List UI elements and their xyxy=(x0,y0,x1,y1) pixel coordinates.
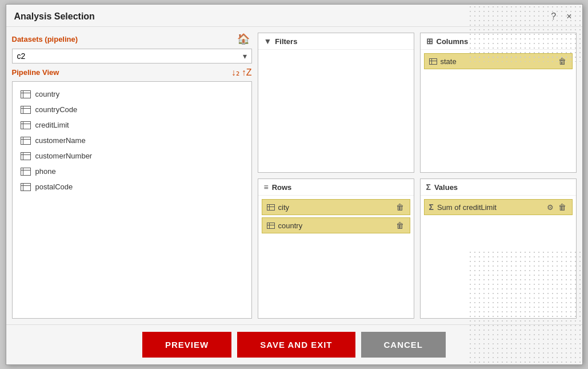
header-actions: ? × xyxy=(549,10,574,23)
save-exit-button[interactable]: SAVE AND EXIT xyxy=(237,332,355,358)
chip-actions: ⚙ 🗑 xyxy=(546,203,567,212)
rows-label: Rows xyxy=(272,183,292,192)
analysis-selection-dialog: Analysis Selection ? × Datasets (pipelin… xyxy=(6,4,583,365)
right-panels: ▼ Filters ⊞ Columns state 🗑 xyxy=(252,33,577,319)
sort-za-icon[interactable]: ↑Z xyxy=(242,68,252,78)
field-type-icon xyxy=(21,152,31,160)
sigma-icon: Σ xyxy=(426,182,431,192)
filter-icon: ▼ xyxy=(264,37,272,46)
values-body[interactable]: Σ Sum of creditLimit ⚙ 🗑 xyxy=(421,196,576,318)
field-type-icon xyxy=(21,168,31,176)
chip-label: state xyxy=(441,57,457,66)
value-chip[interactable]: Σ Sum of creditLimit ⚙ 🗑 xyxy=(424,199,573,215)
row-chip[interactable]: city 🗑 xyxy=(262,199,410,215)
values-panel: Σ Values Σ Sum of creditLimit ⚙ 🗑 xyxy=(420,178,577,319)
field-type-icon xyxy=(21,137,31,145)
chip-type-icon xyxy=(267,223,275,229)
dialog-header: Analysis Selection ? × xyxy=(6,5,582,27)
columns-body[interactable]: state 🗑 xyxy=(421,50,576,172)
field-type-icon xyxy=(21,183,31,191)
sort-icons: ↓₂ ↑Z xyxy=(231,67,252,78)
chip-delete-button[interactable]: 🗑 xyxy=(395,203,405,212)
field-item[interactable]: postalCode xyxy=(15,179,249,195)
chevron-down-icon: ▾ xyxy=(243,51,247,61)
field-name: phone xyxy=(35,167,56,176)
dialog-body: Datasets (pipeline) 🏠 c2 ▾ Pipeline View… xyxy=(6,27,582,324)
chip-type-icon xyxy=(429,58,437,65)
cancel-button[interactable]: CANCEL xyxy=(361,332,446,358)
pipeline-header: Pipeline View ↓₂ ↑Z xyxy=(12,67,252,78)
filters-label: Filters xyxy=(275,37,297,46)
dialog-footer: PREVIEW SAVE AND EXIT CANCEL xyxy=(6,324,582,364)
field-name: creditLimit xyxy=(35,121,69,129)
field-name: country xyxy=(35,90,60,98)
sigma-chip-icon: Σ xyxy=(429,203,434,212)
chip-delete-button[interactable]: 🗑 xyxy=(557,57,567,66)
datasets-section-header: Datasets (pipeline) 🏠 xyxy=(12,33,252,45)
home-icon: 🏠 xyxy=(237,33,250,45)
columns-icon: ⊞ xyxy=(426,37,433,46)
field-item[interactable]: country xyxy=(15,86,249,102)
field-type-icon xyxy=(21,106,31,114)
chip-label: country xyxy=(278,221,303,230)
field-type-icon xyxy=(21,90,31,98)
columns-label: Columns xyxy=(437,37,469,46)
rows-header: ≡ Rows xyxy=(258,179,414,196)
field-item[interactable]: phone xyxy=(15,164,249,179)
datasets-label: Datasets (pipeline) xyxy=(12,35,78,43)
field-item[interactable]: customerName xyxy=(15,133,249,148)
chip-settings-button[interactable]: ⚙ xyxy=(546,203,555,212)
field-name: countryCode xyxy=(35,105,78,114)
rows-body[interactable]: city 🗑 country 🗑 xyxy=(258,196,414,318)
left-panel: Datasets (pipeline) 🏠 c2 ▾ Pipeline View… xyxy=(12,33,252,319)
sort-az-icon[interactable]: ↓₂ xyxy=(231,67,239,78)
chip-label: Sum of creditLimit xyxy=(437,203,497,212)
filters-header: ▼ Filters xyxy=(258,33,414,50)
field-item[interactable]: customerNumber xyxy=(15,148,249,164)
values-header: Σ Values xyxy=(421,179,576,196)
fields-list: country countryCode creditLimit customer… xyxy=(12,81,252,319)
values-label: Values xyxy=(434,183,458,192)
chip-label: city xyxy=(278,203,290,212)
field-item[interactable]: countryCode xyxy=(15,102,249,117)
dialog-title: Analysis Selection xyxy=(14,11,95,22)
rows-panel: ≡ Rows city 🗑 country 🗑 xyxy=(258,178,414,319)
dataset-value: c2 xyxy=(17,51,26,61)
column-chip[interactable]: state 🗑 xyxy=(424,53,573,69)
help-button[interactable]: ? xyxy=(549,10,558,23)
filters-body[interactable] xyxy=(258,50,414,172)
field-type-icon xyxy=(21,121,31,129)
filters-panel: ▼ Filters xyxy=(258,33,414,173)
pipeline-label: Pipeline View xyxy=(12,68,59,77)
chip-delete-button[interactable]: 🗑 xyxy=(557,203,567,212)
rows-icon: ≡ xyxy=(264,182,269,192)
field-name: postalCode xyxy=(35,182,73,191)
field-item[interactable]: creditLimit xyxy=(15,117,249,133)
columns-panel: ⊞ Columns state 🗑 xyxy=(420,33,577,173)
row-chip[interactable]: country 🗑 xyxy=(262,217,410,233)
dataset-dropdown[interactable]: c2 ▾ xyxy=(12,49,252,64)
preview-button[interactable]: PREVIEW xyxy=(142,332,231,358)
close-button[interactable]: × xyxy=(564,10,574,23)
field-name: customerName xyxy=(35,136,86,145)
columns-header: ⊞ Columns xyxy=(421,33,576,50)
field-name: customerNumber xyxy=(35,152,93,160)
chip-type-icon xyxy=(267,204,275,211)
chip-delete-button[interactable]: 🗑 xyxy=(395,221,405,230)
